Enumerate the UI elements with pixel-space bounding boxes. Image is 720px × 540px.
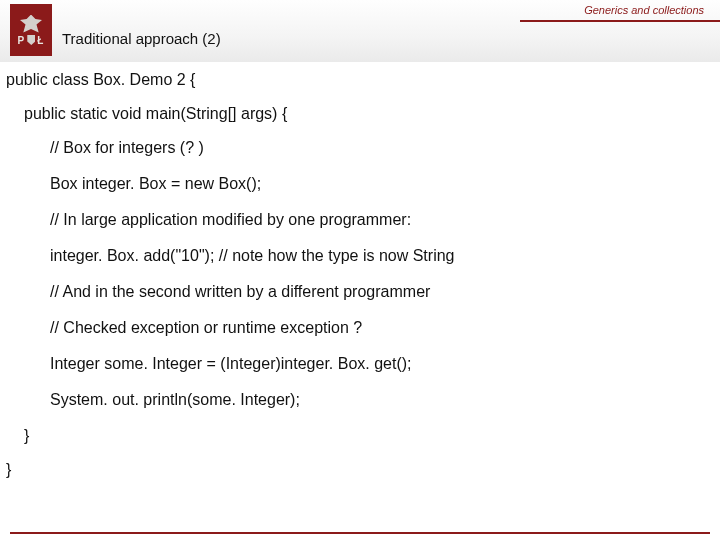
code-line: // And in the second written by a differ… xyxy=(50,284,720,300)
code-content: public class Box. Demo 2 { public static… xyxy=(0,62,720,478)
code-line: Box integer. Box = new Box(); xyxy=(50,176,720,192)
code-line: System. out. println(some. Integer); xyxy=(50,392,720,408)
topic-underline xyxy=(520,20,720,22)
code-line: // Box for integers (? ) xyxy=(50,140,720,156)
university-logo: P Ł xyxy=(10,4,52,56)
slide-title: Traditional approach (2) xyxy=(62,30,221,47)
code-line: } xyxy=(6,462,720,478)
code-line: } xyxy=(24,428,720,444)
shield-icon xyxy=(27,35,35,45)
slide-header: P Ł Traditional approach (2) Generics an… xyxy=(0,0,720,62)
code-line: integer. Box. add("10"); // note how the… xyxy=(50,248,720,264)
code-line: // Checked exception or runtime exceptio… xyxy=(50,320,720,336)
eagle-icon xyxy=(20,15,42,33)
footer-divider xyxy=(10,532,710,534)
logo-letter-right: Ł xyxy=(37,35,44,46)
logo-text: P Ł xyxy=(18,35,45,46)
code-line: public static void main(String[] args) { xyxy=(24,106,720,122)
code-line: // In large application modified by one … xyxy=(50,212,720,228)
topic-label: Generics and collections xyxy=(584,4,704,16)
code-line: public class Box. Demo 2 { xyxy=(6,72,720,88)
code-line: Integer some. Integer = (Integer)integer… xyxy=(50,356,720,372)
logo-letter-left: P xyxy=(18,35,26,46)
